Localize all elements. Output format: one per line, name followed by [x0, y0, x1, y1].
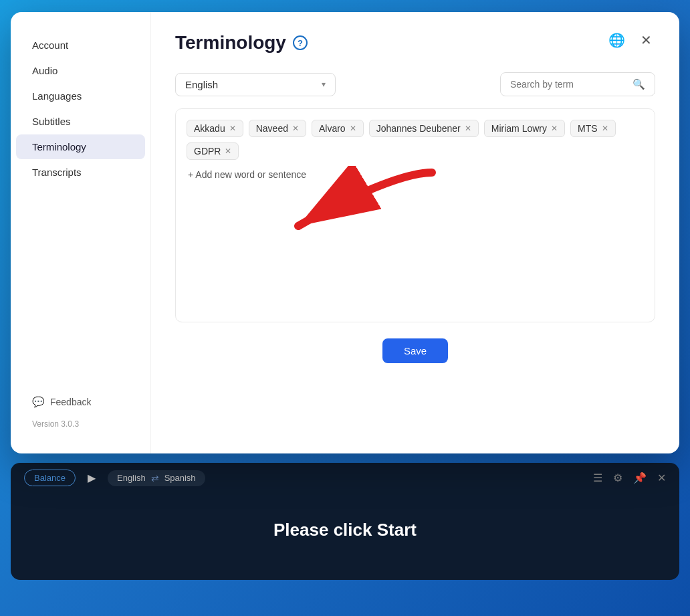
page-title: Terminology	[175, 32, 286, 54]
sidebar-item-feedback[interactable]: 💬 Feedback	[16, 389, 145, 415]
sidebar-item-audio[interactable]: Audio	[16, 58, 145, 83]
tag-label: Alvaro	[319, 123, 346, 134]
language-swap-icon[interactable]: ⇄	[151, 473, 159, 484]
play-button[interactable]: ▶	[84, 470, 100, 486]
player-icons: ☰ ⚙ 📌 ✕	[593, 472, 666, 484]
language-pair: English ⇄ Spanish	[108, 470, 205, 486]
tag-johannes: Johannes Deubener✕	[369, 120, 479, 137]
sidebar: AccountAudioLanguagesSubtitlesTerminolog…	[11, 12, 151, 453]
controls-row: English ▾ 🔍	[175, 72, 655, 96]
player-close-icon[interactable]: ✕	[657, 472, 666, 484]
tags-row: Akkadu✕Naveed✕Alvaro✕Johannes Deubener✕M…	[187, 120, 644, 160]
player-status-text: Please click Start	[273, 520, 417, 540]
source-language: English	[117, 473, 146, 483]
sidebar-item-languages[interactable]: Languages	[16, 84, 145, 108]
modal-controls: 🌐 ✕	[607, 31, 655, 49]
search-icon: 🔍	[632, 78, 645, 90]
tag-label: Naveed	[256, 123, 288, 134]
tag-label: Miriam Lowry	[491, 123, 547, 134]
tag-remove-naveed[interactable]: ✕	[292, 124, 299, 132]
tag-miriam: Miriam Lowry✕	[484, 120, 565, 137]
player-bar: Balance ▶ English ⇄ Spanish ☰ ⚙ 📌 ✕ Plea…	[11, 463, 679, 580]
tag-naveed: Naveed✕	[249, 120, 306, 137]
tag-label: MTS	[578, 123, 598, 134]
tag-remove-miriam[interactable]: ✕	[551, 124, 558, 132]
language-dropdown[interactable]: English ▾	[175, 73, 336, 96]
add-new-button[interactable]: + Add new word or sentence	[187, 167, 644, 183]
help-icon[interactable]: ?	[293, 35, 308, 50]
sidebar-item-terminology[interactable]: Terminology	[16, 134, 145, 159]
tag-remove-akkadu[interactable]: ✕	[229, 124, 236, 132]
main-content: 🌐 ✕ Terminology ? English ▾ 🔍 Akkadu✕Nav…	[151, 12, 679, 453]
sidebar-item-subtitles[interactable]: Subtitles	[16, 109, 145, 134]
balance-badge[interactable]: Balance	[24, 470, 76, 486]
gear-icon[interactable]: ⚙	[613, 472, 622, 484]
language-value: English	[185, 79, 218, 90]
tag-label: GDPR	[194, 146, 221, 157]
sidebar-item-transcripts[interactable]: Transcripts	[16, 160, 145, 185]
globe-icon[interactable]: 🌐	[607, 31, 626, 49]
save-row: Save	[175, 338, 655, 363]
player-content: Please click Start	[24, 486, 666, 573]
save-button[interactable]: Save	[382, 338, 448, 363]
sidebar-item-account[interactable]: Account	[16, 33, 145, 58]
tag-remove-alvaro[interactable]: ✕	[350, 124, 356, 132]
target-language: Spanish	[164, 473, 196, 483]
version-label: Version 3.0.3	[16, 415, 145, 433]
search-box: 🔍	[500, 72, 655, 96]
feedback-label: Feedback	[50, 397, 91, 407]
feedback-icon: 💬	[32, 396, 45, 408]
tag-label: Akkadu	[194, 123, 225, 134]
chevron-down-icon: ▾	[322, 80, 326, 89]
list-icon[interactable]: ☰	[593, 472, 602, 484]
sidebar-bottom: 💬 Feedback Version 3.0.3	[11, 389, 150, 440]
pin-icon[interactable]: 📌	[633, 472, 647, 484]
player-top-row: Balance ▶ English ⇄ Spanish ☰ ⚙ 📌 ✕	[24, 470, 666, 486]
search-input[interactable]	[510, 79, 627, 90]
tag-remove-gdpr[interactable]: ✕	[225, 147, 231, 155]
settings-modal: AccountAudioLanguagesSubtitlesTerminolog…	[11, 12, 679, 453]
tag-mts: MTS✕	[570, 120, 616, 137]
tag-akkadu: Akkadu✕	[187, 120, 243, 137]
tag-remove-johannes[interactable]: ✕	[465, 124, 471, 132]
tag-label: Johannes Deubener	[376, 123, 461, 134]
tag-gdpr: GDPR✕	[187, 142, 239, 160]
tags-area: Akkadu✕Naveed✕Alvaro✕Johannes Deubener✕M…	[175, 108, 655, 322]
title-row: Terminology ?	[175, 32, 655, 54]
close-button[interactable]: ✕	[637, 31, 655, 49]
tag-alvaro: Alvaro✕	[312, 120, 364, 137]
tag-remove-mts[interactable]: ✕	[602, 124, 608, 132]
